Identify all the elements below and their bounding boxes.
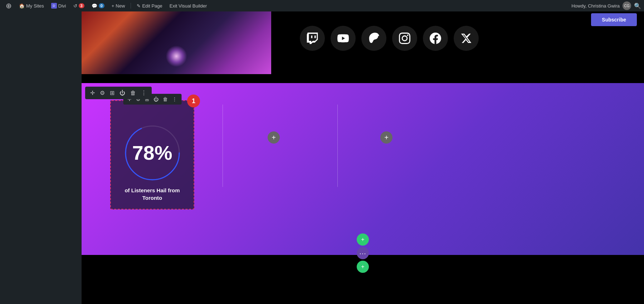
twitch-icon[interactable]: [300, 26, 325, 51]
left-sidebar: [0, 11, 82, 304]
percent-value: 78%: [132, 143, 172, 163]
subscribe-button[interactable]: Subscribe: [591, 13, 637, 26]
module-card: ✛ ⚙ ⊞ ⏻ 🗑 ⋮ 1 78%: [110, 100, 194, 209]
search-icon[interactable]: 🔍: [634, 3, 641, 9]
caption-text: of Listeners Hail fromToronto: [125, 187, 180, 201]
new-item[interactable]: + New: [109, 0, 128, 11]
notification-count: 1: [192, 97, 195, 105]
section-more-icon[interactable]: ⋮: [140, 89, 148, 97]
my-sites-icon: 🏠: [19, 3, 25, 9]
updates-icon: ↺: [73, 3, 77, 9]
admin-bar-right: Howdy, Christina Gwira CG 🔍: [571, 1, 641, 10]
new-label: New: [116, 3, 125, 9]
plus-icon: +: [112, 3, 114, 9]
section-disable-icon[interactable]: ⏻: [118, 89, 127, 97]
edit-icon: ✎: [137, 3, 141, 9]
add-column-3-button[interactable]: +: [380, 131, 392, 144]
wp-icon: ⊕: [6, 1, 12, 10]
instagram-icon[interactable]: [392, 26, 417, 51]
hero-image: [82, 11, 271, 74]
column-divider-2: [337, 105, 338, 187]
comments-item[interactable]: 💬 0: [89, 0, 107, 11]
wp-logo-item[interactable]: ⊕: [3, 0, 15, 11]
section-options-button[interactable]: ···: [357, 247, 369, 259]
divi-item[interactable]: D Divi: [48, 0, 69, 11]
twitter-icon[interactable]: [454, 26, 479, 51]
divi-label: Divi: [58, 3, 66, 9]
module-caption: of Listeners Hail fromToronto: [125, 187, 180, 202]
my-sites-label: My Sites: [26, 3, 44, 9]
edit-page-item[interactable]: ✎ Edit Page: [134, 0, 165, 11]
exit-visual-builder-item[interactable]: Exit Visual Builder: [167, 0, 210, 11]
divi-icon: D: [51, 3, 57, 9]
main-content: Subscribe: [82, 11, 644, 304]
subscribe-area: Subscribe: [591, 11, 637, 26]
notification-badge: 1: [187, 95, 200, 107]
separator-1: [131, 3, 131, 9]
youtube-icon[interactable]: [331, 26, 356, 51]
divi-section: ✛ ⚙ ⊞ ⏻ 🗑 ⋮ ✛ ⚙ ⊞ ⏻ 🗑 ⋮ 1: [82, 83, 644, 255]
facebook-icon[interactable]: [423, 26, 448, 51]
module-more-icon[interactable]: ⋮: [171, 96, 179, 103]
add-column-2-button[interactable]: +: [268, 131, 280, 144]
module-disable-icon[interactable]: ⏻: [152, 96, 160, 103]
plus-icon: +: [361, 236, 364, 243]
exit-visual-builder-label: Exit Visual Builder: [170, 3, 207, 9]
section-settings-icon[interactable]: ⚙: [98, 89, 106, 97]
add-section-above-button[interactable]: +: [357, 233, 369, 246]
edit-page-label: Edit Page: [142, 3, 162, 9]
add-section-below-button[interactable]: +: [357, 261, 369, 273]
plus-icon: +: [361, 264, 364, 270]
top-section: Subscribe: [82, 11, 644, 83]
section-move-icon[interactable]: ✛: [89, 89, 96, 97]
social-icons-row: [271, 11, 493, 51]
comments-count: 0: [99, 3, 104, 8]
updates-item[interactable]: ↺ 3: [70, 0, 87, 11]
howdy-text: Howdy, Christina Gwira: [571, 3, 620, 9]
column-divider-1: [223, 105, 223, 187]
patreon-icon[interactable]: [361, 26, 386, 51]
updates-count: 3: [79, 3, 84, 8]
comments-icon: 💬: [92, 3, 97, 9]
section-duplicate-icon[interactable]: ⊞: [108, 89, 116, 97]
admin-bar: ⊕ 🏠 My Sites D Divi ↺ 3 💬 0 + New ✎ Edit…: [0, 0, 644, 11]
dots-icon: ···: [359, 249, 366, 257]
bottom-controls: + ··· +: [357, 233, 369, 273]
module-delete-icon[interactable]: 🗑: [161, 96, 169, 103]
avatar[interactable]: CG: [623, 1, 631, 10]
section-toolbar: ✛ ⚙ ⊞ ⏻ 🗑 ⋮: [85, 87, 152, 99]
circle-progress: 78%: [122, 122, 183, 183]
my-sites-item[interactable]: 🏠 My Sites: [16, 0, 47, 11]
section-delete-icon[interactable]: 🗑: [129, 89, 137, 97]
